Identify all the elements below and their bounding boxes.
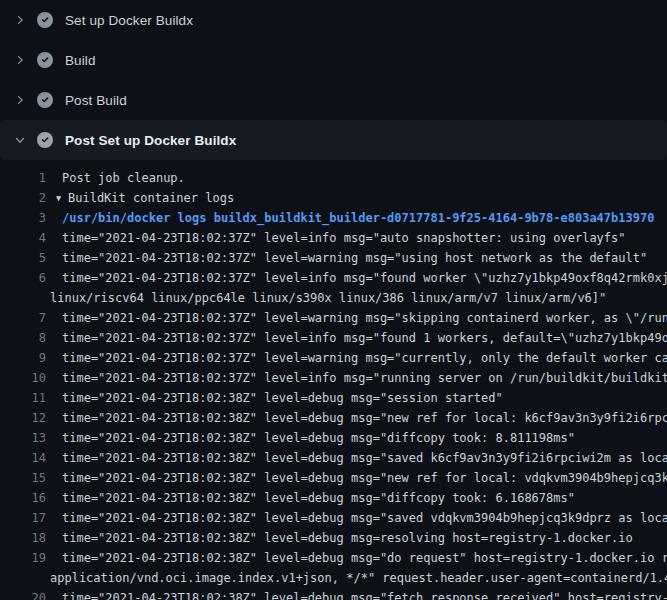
line-number[interactable]: 10 [0, 368, 46, 388]
check-circle-icon [37, 12, 53, 28]
line-number[interactable]: 5 [0, 248, 46, 268]
log-row: 4time="2021-04-23T18:02:37Z" level=info … [0, 228, 667, 248]
line-number[interactable]: 4 [0, 228, 46, 248]
step-label: Post Build [65, 93, 127, 108]
line-number[interactable]: 3 [0, 208, 46, 228]
log-row: 10time="2021-04-23T18:02:37Z" level=info… [0, 368, 667, 388]
line-number[interactable]: 19 [0, 548, 46, 568]
log-row: 18time="2021-04-23T18:02:38Z" level=debu… [0, 528, 667, 548]
log-text: time="2021-04-23T18:02:37Z" level=info m… [46, 268, 667, 288]
check-circle-icon [37, 132, 53, 148]
steps-list: Set up Docker Buildx Build Post Build [0, 0, 667, 160]
log-text: time="2021-04-23T18:02:38Z" level=debug … [46, 548, 667, 568]
line-number[interactable]: 16 [0, 488, 46, 508]
line-number[interactable]: 7 [0, 308, 46, 328]
line-number[interactable]: 11 [0, 388, 46, 408]
log-row: 19time="2021-04-23T18:02:38Z" level=debu… [0, 548, 667, 568]
log-text: time="2021-04-23T18:02:38Z" level=debug … [46, 468, 667, 488]
line-number[interactable]: 9 [0, 348, 46, 368]
log-command-text: /usr/bin/docker logs buildx_buildkit_bui… [46, 208, 654, 228]
line-number[interactable]: 18 [0, 528, 46, 548]
log-text: time="2021-04-23T18:02:37Z" level=info m… [46, 228, 626, 248]
line-number[interactable]: 14 [0, 448, 46, 468]
step-row-post-build[interactable]: Post Build [0, 80, 667, 120]
log-row: 12time="2021-04-23T18:02:38Z" level=debu… [0, 408, 667, 428]
log-row: 17time="2021-04-23T18:02:38Z" level=debu… [0, 508, 667, 528]
log-group-title: BuildKit container logs [68, 191, 234, 205]
check-circle-icon [37, 92, 53, 108]
line-number[interactable]: 2 [0, 188, 46, 208]
step-label: Build [65, 53, 96, 68]
chevron-down-icon [12, 132, 28, 148]
log-row: linux/riscv64 linux/ppc64le linux/s390x … [0, 288, 667, 308]
line-number[interactable]: 13 [0, 428, 46, 448]
log-row: 16time="2021-04-23T18:02:38Z" level=debu… [0, 488, 667, 508]
log-text: time="2021-04-23T18:02:37Z" level=info m… [46, 328, 667, 348]
log-text: time="2021-04-23T18:02:37Z" level=warnin… [46, 308, 667, 328]
line-number [0, 568, 46, 588]
chevron-right-icon [12, 92, 28, 108]
actions-log-viewer: Set up Docker Buildx Build Post Build [0, 0, 667, 600]
step-label: Set up Docker Buildx [65, 13, 193, 28]
log-text: time="2021-04-23T18:02:38Z" level=debug … [46, 488, 575, 508]
check-circle-icon [37, 52, 53, 68]
log-row: 11time="2021-04-23T18:02:38Z" level=debu… [0, 388, 667, 408]
line-number[interactable]: 1 [0, 168, 46, 188]
chevron-right-icon [12, 52, 28, 68]
log-row: 8time="2021-04-23T18:02:37Z" level=info … [0, 328, 667, 348]
step-row-build[interactable]: Build [0, 40, 667, 80]
log-text: time="2021-04-23T18:02:38Z" level=debug … [46, 508, 667, 528]
log-row: 15time="2021-04-23T18:02:38Z" level=debu… [0, 468, 667, 488]
log-row: 5time="2021-04-23T18:02:37Z" level=warni… [0, 248, 667, 268]
log-row: 1Post job cleanup. [0, 168, 667, 188]
chevron-right-icon [12, 12, 28, 28]
log-text: Post job cleanup. [46, 168, 185, 188]
log-text: time="2021-04-23T18:02:38Z" level=debug … [46, 448, 667, 468]
step-row-post-set-up-docker-buildx[interactable]: Post Set up Docker Buildx [0, 120, 667, 160]
step-row-set-up-docker-buildx[interactable]: Set up Docker Buildx [0, 0, 667, 40]
log-group-toggle[interactable]: ▼BuildKit container logs [46, 188, 234, 208]
log-text: time="2021-04-23T18:02:37Z" level=warnin… [46, 248, 647, 268]
log-text: time="2021-04-23T18:02:38Z" level=debug … [46, 428, 575, 448]
log-row: 20time="2021-04-23T18:02:38Z" level=debu… [0, 588, 667, 600]
line-number[interactable]: 15 [0, 468, 46, 488]
line-number[interactable]: 17 [0, 508, 46, 528]
line-number [0, 288, 46, 308]
log-text: linux/riscv64 linux/ppc64le linux/s390x … [46, 288, 606, 308]
line-number[interactable]: 12 [0, 408, 46, 428]
step-label: Post Set up Docker Buildx [65, 133, 236, 148]
line-number[interactable]: 8 [0, 328, 46, 348]
log-text: time="2021-04-23T18:02:37Z" level=info m… [46, 368, 667, 388]
log-text: time="2021-04-23T18:02:38Z" level=debug … [46, 588, 667, 600]
log-text: time="2021-04-23T18:02:37Z" level=warnin… [46, 348, 667, 368]
log-row: 3/usr/bin/docker logs buildx_buildkit_bu… [0, 208, 667, 228]
log-text: application/vnd.oci.image.index.v1+json,… [46, 568, 667, 588]
log-row: 6time="2021-04-23T18:02:37Z" level=info … [0, 268, 667, 288]
log-row: 13time="2021-04-23T18:02:38Z" level=debu… [0, 428, 667, 448]
log-text: time="2021-04-23T18:02:38Z" level=debug … [46, 388, 503, 408]
line-number[interactable]: 6 [0, 268, 46, 288]
log-row: 14time="2021-04-23T18:02:38Z" level=debu… [0, 448, 667, 468]
log-row: 9time="2021-04-23T18:02:37Z" level=warni… [0, 348, 667, 368]
log-group-row: 2▼BuildKit container logs [0, 188, 667, 208]
log-row: application/vnd.oci.image.index.v1+json,… [0, 568, 667, 588]
log-lines: 1Post job cleanup.2▼BuildKit container l… [0, 160, 667, 600]
log-row: 7time="2021-04-23T18:02:37Z" level=warni… [0, 308, 667, 328]
collapse-triangle-icon[interactable]: ▼ [56, 188, 68, 208]
log-text: time="2021-04-23T18:02:38Z" level=debug … [46, 528, 633, 548]
line-number[interactable]: 20 [0, 588, 46, 600]
log-text: time="2021-04-23T18:02:38Z" level=debug … [46, 408, 667, 428]
